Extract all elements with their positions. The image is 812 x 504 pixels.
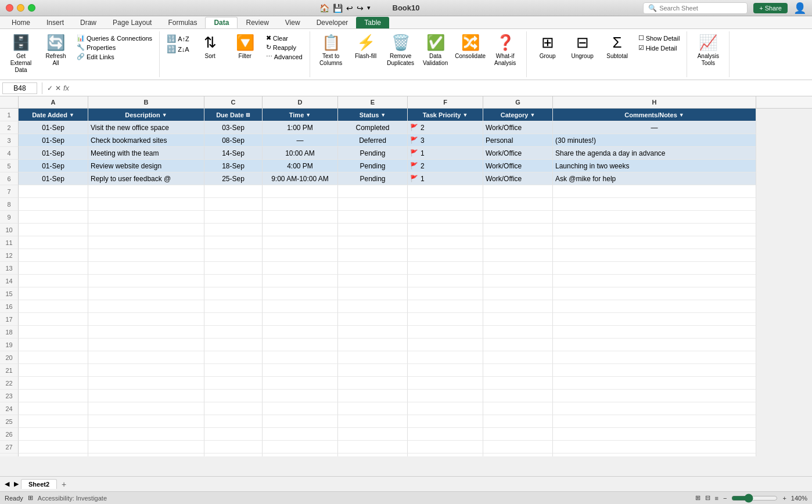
cell-C24[interactable] [204,402,263,415]
hide-detail-button[interactable]: ☑ Hide Detail [636,44,682,52]
col-header-E[interactable]: E [338,96,408,108]
cell-D14[interactable] [263,275,338,287]
cell-D17[interactable] [263,313,338,326]
group-button[interactable]: ⊞ Group [531,31,564,62]
cell-D8[interactable] [263,198,338,211]
cell-H19[interactable] [553,339,756,351]
cell-D11[interactable] [263,236,338,249]
user-icon[interactable]: 👤 [793,2,806,15]
flash-fill-button[interactable]: ⚡ Flash-fill [350,31,382,62]
cell-G12[interactable] [483,249,553,262]
formula-checkmark-icon[interactable]: ✓ [47,84,53,92]
cell-C10[interactable] [204,224,263,236]
cell-E20[interactable] [338,351,408,364]
cell-E13[interactable] [338,262,408,275]
cell-B6[interactable]: Reply to user feedback @ [88,172,204,185]
cell-G26[interactable] [483,428,553,441]
cell-G14[interactable] [483,275,553,287]
cell-E1[interactable]: Status ▼ [338,109,408,121]
tab-table[interactable]: Table [356,17,389,28]
cell-E15[interactable] [338,287,408,300]
remove-duplicates-button[interactable]: 🗑️ Remove Duplicates [385,31,417,69]
cell-F26[interactable] [408,428,483,441]
sort-button[interactable]: ⇅ Sort [194,31,227,62]
cell-C12[interactable] [204,249,263,262]
col-header-G[interactable]: G [483,96,553,108]
cell-B4[interactable]: Meeting with the team [88,147,204,160]
cell-A2[interactable]: 01-Sep [19,121,88,134]
cell-C27[interactable] [204,441,263,453]
col-header-H[interactable]: H [553,96,756,108]
cell-H15[interactable] [553,287,756,300]
clear-button[interactable]: ✖ Clear [264,34,305,42]
cell-F28[interactable] [408,453,483,456]
cell-E4[interactable]: Pending [338,147,408,160]
cell-A1[interactable]: Date Added ▼ [19,109,88,121]
cell-C28[interactable] [204,453,263,456]
filter-H-icon[interactable]: ▼ [679,112,684,118]
formula-input[interactable] [71,83,810,93]
cell-A16[interactable] [19,300,88,313]
cell-G28[interactable] [483,453,553,456]
cell-B7[interactable] [88,185,204,198]
cell-F1[interactable]: Task Priority ▼ [408,109,483,121]
cell-E11[interactable] [338,236,408,249]
undo-icon[interactable]: ↩ [346,3,353,13]
cell-H10[interactable] [553,224,756,236]
cell-C6[interactable]: 25-Sep [204,172,263,185]
cell-E28[interactable] [338,453,408,456]
sort-za-button[interactable]: 🔡 Z↓A [164,44,192,54]
cell-D18[interactable] [263,326,338,339]
cell-F5[interactable]: 🚩 2 [408,160,483,172]
cell-B14[interactable] [88,275,204,287]
tab-home[interactable]: Home [3,17,38,28]
scroll-area[interactable]: A B C D E F G H 1 Date Added ▼ Descripti… [0,96,812,456]
cell-G23[interactable] [483,390,553,402]
cell-F7[interactable] [408,185,483,198]
cell-E14[interactable] [338,275,408,287]
cell-D12[interactable] [263,249,338,262]
cell-A10[interactable] [19,224,88,236]
cell-A19[interactable] [19,339,88,351]
cell-B10[interactable] [88,224,204,236]
cell-F9[interactable] [408,211,483,224]
cell-C14[interactable] [204,275,263,287]
cell-E2[interactable]: Completed [338,121,408,134]
cell-E12[interactable] [338,249,408,262]
home-icon[interactable]: 🏠 [319,3,329,13]
analysis-tools-button[interactable]: 📈 Analysis Tools [692,31,724,69]
refresh-all-button[interactable]: 🔄 Refresh All [39,31,72,69]
cell-D19[interactable] [263,339,338,351]
cell-G3[interactable]: Personal [483,134,553,147]
col-header-C[interactable]: C [204,96,263,108]
formula-cancel-icon[interactable]: ✕ [55,84,61,92]
cell-E23[interactable] [338,390,408,402]
cell-G11[interactable] [483,236,553,249]
cell-A25[interactable] [19,415,88,428]
cell-A9[interactable] [19,211,88,224]
share-button[interactable]: + Share [753,3,788,13]
cell-H26[interactable] [553,428,756,441]
cell-A27[interactable] [19,441,88,453]
queries-connections-button[interactable]: 📊 Queries & Connections [74,34,155,42]
cell-C4[interactable]: 14-Sep [204,147,263,160]
cell-D23[interactable] [263,390,338,402]
cell-G7[interactable] [483,185,553,198]
cell-G15[interactable] [483,287,553,300]
cell-D9[interactable] [263,211,338,224]
cell-B18[interactable] [88,326,204,339]
search-input[interactable] [659,5,729,12]
data-validation-button[interactable]: ✅ Data Validation [419,31,452,69]
tab-review[interactable]: Review [238,17,276,28]
tab-developer[interactable]: Developer [308,17,357,28]
filter-F-icon[interactable]: ▼ [462,112,468,118]
filter-B-icon[interactable]: ▼ [162,112,167,118]
cell-F27[interactable] [408,441,483,453]
cell-B9[interactable] [88,211,204,224]
cell-G8[interactable] [483,198,553,211]
cell-F20[interactable] [408,351,483,364]
cell-B28[interactable] [88,453,204,456]
show-detail-button[interactable]: ☐ Show Detail [636,34,682,42]
cell-A7[interactable] [19,185,88,198]
cell-B13[interactable] [88,262,204,275]
